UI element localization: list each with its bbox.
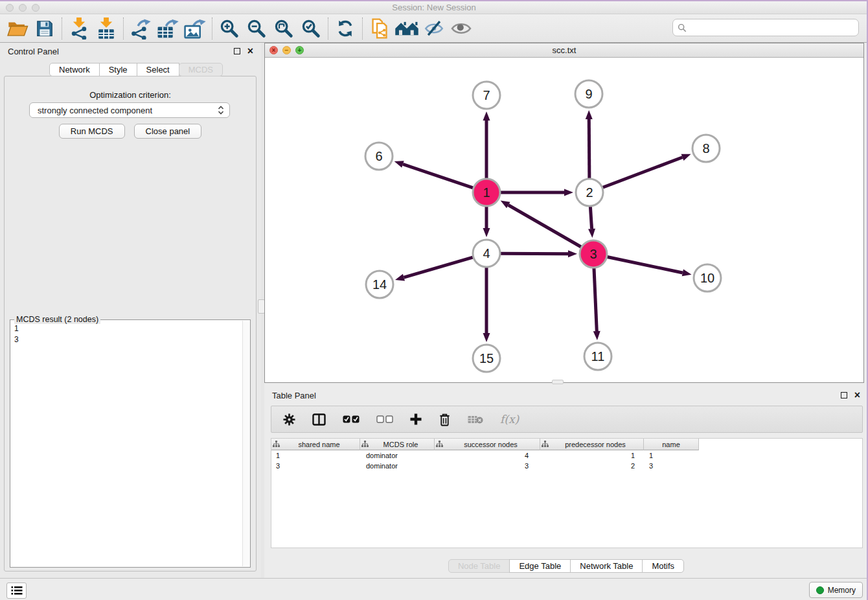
show-all-networks-button[interactable] bbox=[393, 16, 420, 41]
open-folder-icon bbox=[6, 19, 29, 38]
close-panel-icon[interactable]: × bbox=[247, 48, 253, 54]
column-settings-button[interactable] bbox=[283, 413, 295, 426]
graph-edge-2-3[interactable] bbox=[590, 207, 591, 229]
minimize-window-button[interactable] bbox=[19, 4, 27, 12]
tab-motifs[interactable]: Motifs bbox=[642, 559, 684, 573]
function-builder-button[interactable]: f(x) bbox=[500, 413, 519, 426]
export-image-button[interactable] bbox=[181, 16, 209, 41]
copy-current-view-button[interactable] bbox=[366, 16, 393, 41]
zoom-window-button[interactable] bbox=[32, 4, 40, 12]
network-window-titlebar[interactable]: × − + scc.txt bbox=[265, 43, 863, 58]
horizontal-splitter-grip[interactable] bbox=[552, 380, 564, 384]
column-header-mcds-role[interactable]: MCDS role bbox=[360, 439, 435, 450]
cell-predecessor-nodes[interactable]: 2 bbox=[540, 462, 644, 470]
import-table-icon bbox=[96, 17, 117, 40]
table-header-row: shared name MCDS role successor nodes pr… bbox=[271, 439, 862, 450]
zoom-fit-button[interactable] bbox=[270, 16, 297, 41]
graph-edge-arrowhead bbox=[564, 189, 573, 196]
cell-mcds-role[interactable]: dominator bbox=[360, 462, 435, 470]
delete-table-button[interactable] bbox=[468, 415, 483, 424]
node-table: shared name MCDS role successor nodes pr… bbox=[271, 438, 863, 548]
search-icon bbox=[678, 23, 687, 32]
table-panel-title: Table Panel bbox=[272, 391, 841, 400]
cell-name[interactable]: 1 bbox=[644, 452, 699, 459]
task-history-button[interactable] bbox=[6, 583, 27, 599]
mcds-result-list[interactable]: 1 3 bbox=[10, 321, 242, 567]
column-source-icon bbox=[436, 441, 443, 448]
table-row[interactable]: 1 dominator 4 1 1 bbox=[271, 450, 862, 461]
optimization-criterion-label: Optimization criterion: bbox=[5, 90, 256, 100]
table-row[interactable]: 3 dominator 3 2 3 bbox=[271, 461, 862, 471]
graph-node-label: 3 bbox=[589, 247, 597, 261]
open-session-button[interactable] bbox=[4, 16, 31, 41]
graph-node-label: 4 bbox=[483, 246, 490, 260]
maximize-view-button[interactable]: + bbox=[295, 46, 304, 54]
column-header-shared-name[interactable]: shared name bbox=[271, 439, 360, 450]
close-window-button[interactable] bbox=[6, 4, 14, 12]
cell-shared-name[interactable]: 1 bbox=[271, 452, 360, 459]
show-graphics-details-button[interactable] bbox=[448, 16, 475, 41]
import-network-button[interactable] bbox=[65, 16, 93, 41]
close-panel-button[interactable]: Close panel bbox=[134, 124, 202, 139]
minimize-view-button[interactable]: − bbox=[282, 46, 291, 54]
graph-canvas[interactable]: 7968124314101511 bbox=[265, 58, 863, 382]
trash-icon bbox=[439, 413, 451, 426]
cell-predecessor-nodes[interactable]: 1 bbox=[540, 452, 644, 459]
search-input[interactable] bbox=[690, 21, 858, 35]
export-network-button[interactable] bbox=[127, 16, 154, 41]
graph-edge-3-10[interactable] bbox=[608, 257, 683, 273]
toolbar-separator bbox=[123, 17, 124, 40]
export-table-button[interactable] bbox=[154, 16, 181, 41]
tab-mcds[interactable]: MCDS bbox=[179, 63, 223, 76]
run-mcds-button[interactable]: Run MCDS bbox=[59, 124, 125, 139]
select-all-columns-button[interactable] bbox=[343, 415, 360, 423]
search-box[interactable] bbox=[672, 19, 859, 36]
cell-mcds-role[interactable]: dominator bbox=[360, 452, 435, 459]
delete-columns-button[interactable] bbox=[439, 413, 451, 426]
column-header-predecessor-nodes[interactable]: predecessor nodes bbox=[540, 439, 644, 450]
import-table-button[interactable] bbox=[93, 16, 120, 41]
column-header-successor-nodes[interactable]: successor nodes bbox=[435, 439, 540, 450]
graph-edge-1-6[interactable] bbox=[403, 164, 473, 188]
toggle-panel-layout-button[interactable] bbox=[312, 413, 326, 426]
close-view-button[interactable]: × bbox=[269, 46, 278, 54]
result-scrollbar[interactable] bbox=[242, 321, 250, 566]
graph-edge-2-8[interactable] bbox=[603, 157, 683, 187]
tab-network[interactable]: Network bbox=[49, 63, 100, 76]
column-header-name[interactable]: name bbox=[644, 439, 699, 450]
graph-edge-4-3[interactable] bbox=[501, 253, 568, 254]
control-panel-title: Control Panel bbox=[8, 47, 234, 56]
float-table-panel-icon[interactable] bbox=[841, 392, 847, 398]
network-graph[interactable]: 7968124314101511 bbox=[265, 58, 863, 382]
graph-node-label: 2 bbox=[586, 185, 593, 200]
zoom-out-button[interactable] bbox=[243, 16, 270, 41]
graph-edge-arrowhead bbox=[568, 250, 577, 257]
graph-edge-3-11[interactable] bbox=[594, 268, 597, 331]
deselect-all-columns-button[interactable] bbox=[376, 415, 393, 423]
optimization-criterion-select[interactable]: strongly connected component bbox=[29, 102, 230, 118]
tab-select[interactable]: Select bbox=[137, 63, 179, 76]
close-table-panel-icon[interactable]: × bbox=[854, 392, 860, 398]
tab-edge-table[interactable]: Edge Table bbox=[509, 559, 571, 573]
cell-successor-nodes[interactable]: 3 bbox=[435, 462, 540, 470]
tab-style[interactable]: Style bbox=[99, 63, 137, 76]
graph-edge-2-9[interactable] bbox=[589, 119, 589, 178]
zoom-in-button[interactable] bbox=[216, 16, 243, 41]
create-column-button[interactable] bbox=[410, 413, 422, 425]
memory-button[interactable]: Memory bbox=[809, 582, 863, 598]
graph-edge-4-14[interactable] bbox=[404, 257, 472, 277]
tab-node-table[interactable]: Node Table bbox=[448, 559, 510, 573]
hide-graphics-details-button[interactable] bbox=[420, 16, 448, 41]
tab-network-table[interactable]: Network Table bbox=[570, 559, 643, 573]
refresh-view-button[interactable] bbox=[332, 16, 359, 41]
save-session-button[interactable] bbox=[31, 16, 58, 41]
zoom-in-icon bbox=[219, 18, 240, 39]
zoom-selected-button[interactable] bbox=[297, 16, 325, 41]
cell-shared-name[interactable]: 3 bbox=[271, 462, 360, 470]
cell-successor-nodes[interactable]: 4 bbox=[435, 452, 540, 459]
graph-edge-3-1[interactable] bbox=[508, 205, 581, 247]
float-panel-icon[interactable] bbox=[234, 48, 240, 54]
column-source-icon bbox=[542, 441, 549, 448]
graph-edge-arrowhead bbox=[394, 161, 404, 167]
cell-name[interactable]: 3 bbox=[644, 462, 699, 470]
